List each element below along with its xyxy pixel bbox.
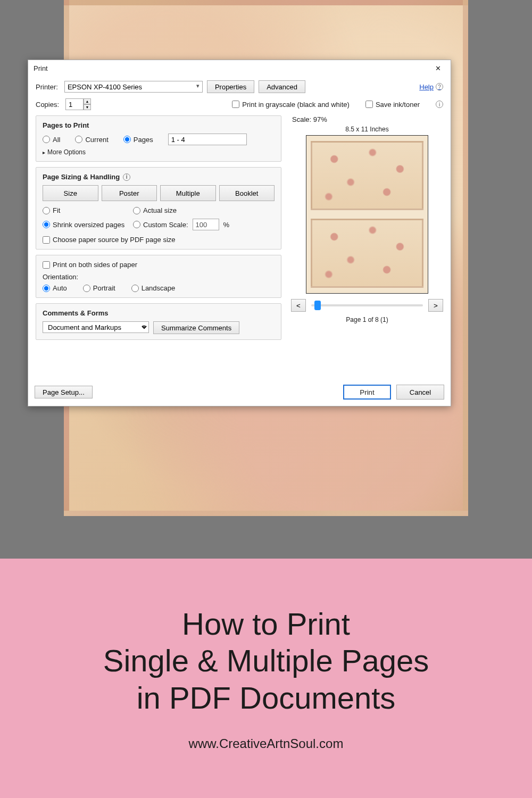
radio-current[interactable]: Current [75, 136, 108, 144]
print-button[interactable]: Print [343, 385, 391, 400]
duplex-group: Print on both sides of paper Orientation… [36, 255, 281, 298]
page-setup-button[interactable]: Page Setup... [35, 386, 93, 398]
help-icon: ? [436, 83, 443, 90]
info-icon[interactable]: i [436, 101, 443, 108]
pages-to-print-group: Pages to Print All Current Pages More Op… [36, 115, 281, 162]
radio-auto[interactable]: Auto [43, 284, 67, 292]
advanced-button[interactable]: Advanced [259, 80, 305, 93]
page-range-input[interactable] [168, 134, 247, 145]
tab-multiple[interactable]: Multiple [160, 185, 216, 201]
sizing-group: Page Sizing & Handlingi Size Poster Mult… [36, 167, 281, 250]
tab-booklet[interactable]: Booklet [219, 185, 275, 201]
dialog-title: Print [34, 64, 48, 72]
scale-label: Scale: 97% [292, 115, 443, 123]
properties-button[interactable]: Properties [207, 80, 254, 93]
comments-group: Comments & Forms Document and Markups Su… [36, 303, 281, 340]
paper-source-checkbox[interactable]: Choose paper source by PDF page size [43, 236, 275, 244]
orientation-label: Orientation: [43, 273, 275, 281]
page-indicator: Page 1 of 8 (1) [291, 316, 443, 323]
radio-shrink[interactable]: Shrink oversized pages [43, 221, 133, 229]
radio-portrait[interactable]: Portrait [83, 284, 115, 292]
copies-label: Copies: [36, 101, 59, 109]
cancel-button[interactable]: Cancel [396, 385, 444, 400]
radio-actual[interactable]: Actual size [133, 206, 275, 214]
both-sides-checkbox[interactable]: Print on both sides of paper [43, 261, 275, 269]
paper-dimensions: 8.5 x 11 Inches [291, 126, 443, 133]
prev-page-button[interactable]: < [291, 299, 306, 312]
banner-url: www.CreativeArtnSoul.com [189, 736, 344, 751]
close-icon[interactable]: ✕ [431, 63, 445, 74]
printer-select[interactable]: EPSON XP-4100 Series [64, 81, 203, 93]
page-slider[interactable] [311, 304, 423, 306]
grayscale-checkbox[interactable]: Print in grayscale (black and white) [232, 101, 350, 109]
radio-landscape[interactable]: Landscape [131, 284, 176, 292]
radio-fit[interactable]: Fit [43, 206, 133, 214]
tab-poster[interactable]: Poster [102, 185, 157, 201]
info-icon[interactable]: i [123, 173, 130, 181]
radio-pages[interactable]: Pages [123, 136, 153, 144]
tab-size[interactable]: Size [43, 185, 98, 201]
copies-input[interactable] [65, 98, 84, 110]
print-preview [306, 135, 428, 294]
next-page-button[interactable]: > [428, 299, 443, 312]
custom-scale-input [193, 219, 219, 230]
help-link[interactable]: Help ? [419, 83, 443, 91]
copies-down[interactable]: ▼ [84, 104, 91, 110]
comments-title: Comments & Forms [43, 309, 275, 317]
sizing-title: Page Sizing & Handling [43, 173, 120, 181]
printer-label: Printer: [36, 83, 58, 91]
comments-select[interactable]: Document and Markups [43, 321, 149, 333]
more-options-toggle[interactable]: More Options [43, 148, 275, 156]
titlebar: Print ✕ [28, 60, 451, 76]
summarize-button[interactable]: Summarize Comments [153, 321, 239, 334]
radio-custom[interactable]: Custom Scale: [133, 221, 188, 229]
copies-up[interactable]: ▲ [84, 98, 91, 104]
pages-title: Pages to Print [43, 121, 275, 129]
banner-heading: How to Print Single & Multiple Pages in … [103, 605, 429, 717]
tutorial-banner: How to Print Single & Multiple Pages in … [0, 559, 532, 798]
print-dialog: Print ✕ Printer: EPSON XP-4100 Series Pr… [28, 60, 451, 406]
radio-all[interactable]: All [43, 136, 60, 144]
save-ink-checkbox[interactable]: Save ink/toner [365, 101, 420, 109]
